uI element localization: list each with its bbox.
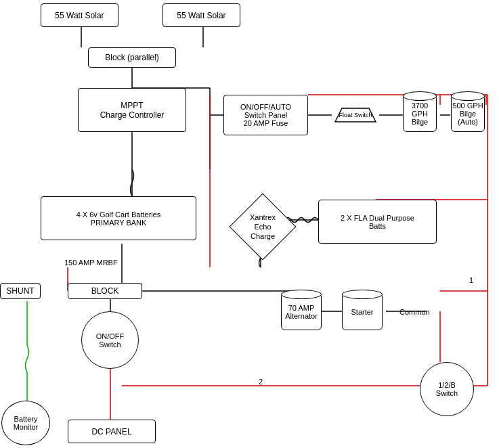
float-switch: Float Switch xyxy=(332,105,379,125)
golf-batteries-label: 4 X 6v Golf Cart Batteries PRIMARY BANK xyxy=(77,210,161,227)
solar-panel-1: 55 Watt Solar xyxy=(41,3,118,27)
one-two-b-label: 1/2/B Switch xyxy=(436,381,458,397)
alternator: 70 AMP Alternator xyxy=(281,290,322,330)
wire-label-2: 2 xyxy=(259,378,263,386)
starter: Starter xyxy=(342,290,383,330)
battery-monitor: Battery Monitor xyxy=(1,401,50,445)
common-label: Common xyxy=(399,308,430,316)
block-parallel: Block (parallel) xyxy=(88,47,176,68)
alternator-label: 70 AMP Alternator xyxy=(285,304,318,320)
block-label: BLOCK xyxy=(91,286,119,296)
battery-monitor-label: Battery Monitor xyxy=(14,415,39,431)
xantrex-label: Xantrex Echo Charge xyxy=(250,212,276,242)
starter-label: Starter xyxy=(351,308,373,316)
solar1-label: 55 Watt Solar xyxy=(55,11,104,20)
block-parallel-label: Block (parallel) xyxy=(105,53,158,62)
shunt: SHUNT xyxy=(0,283,41,299)
dc-panel-label: DC PANEL xyxy=(91,427,131,436)
xantrex-echo-charge: Xantrex Echo Charge xyxy=(236,200,290,254)
solar2-label: 55 Watt Solar xyxy=(177,11,225,20)
bilge3700-label: 3700 GPH Bilge xyxy=(404,102,436,126)
wire-label-1: 1 xyxy=(469,276,473,284)
block: BLOCK xyxy=(68,283,142,299)
wiring-diagram: 55 Watt Solar 55 Watt Solar Block (paral… xyxy=(0,0,499,448)
mrbf-label: 150 AMP MRBF xyxy=(64,259,118,267)
bilge500-label: 500 GPH Bilge (Auto) xyxy=(452,102,483,126)
dc-panel: DC PANEL xyxy=(68,420,156,443)
fla-batteries: 2 X FLA Dual Purpose Batts xyxy=(318,200,437,244)
svg-text:Float Switch: Float Switch xyxy=(339,112,372,118)
switch-panel-label: ON/OFF/AUTO Switch Panel 20 AMP Fuse xyxy=(240,103,291,127)
bilge-3700: 3700 GPH Bilge xyxy=(403,91,437,132)
golf-cart-batteries: 4 X 6v Golf Cart Batteries PRIMARY BANK xyxy=(41,196,196,240)
switch-panel: ON/OFF/AUTO Switch Panel 20 AMP Fuse xyxy=(223,95,308,135)
mppt-label: MPPT Charge Controller xyxy=(100,101,165,120)
fla-label: 2 X FLA Dual Purpose Batts xyxy=(341,214,414,230)
on-off-switch: ON/OFF Switch xyxy=(81,311,139,369)
on-off-label: ON/OFF Switch xyxy=(96,332,125,349)
shunt-label: SHUNT xyxy=(6,286,34,296)
solar-panel-2: 55 Watt Solar xyxy=(162,3,240,27)
one-two-b-switch: 1/2/B Switch xyxy=(420,362,474,416)
bilge-500: 500 GPH Bilge (Auto) xyxy=(451,91,485,132)
mppt-controller: MPPT Charge Controller xyxy=(78,88,186,132)
